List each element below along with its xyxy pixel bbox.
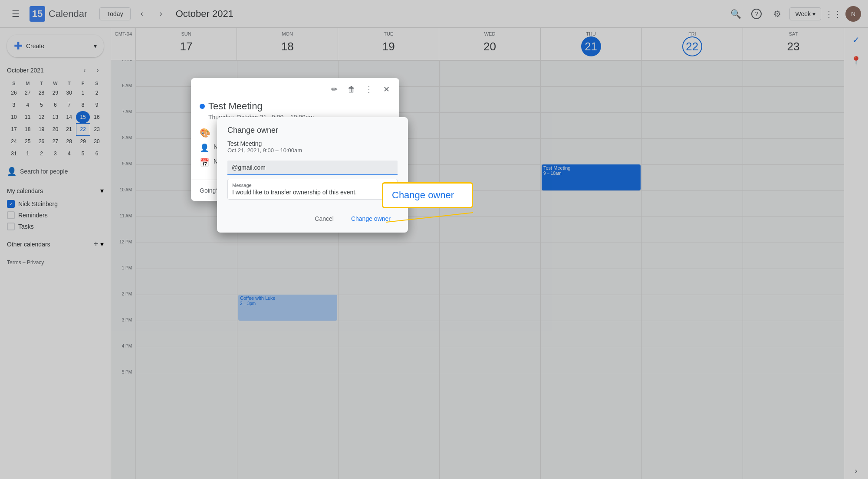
- calendar-icon: 📅: [200, 158, 208, 167]
- change-owner-dialog: Change owner Test Meeting Oct 21, 2021, …: [217, 117, 408, 233]
- annotation-box: Change owner: [382, 182, 473, 208]
- close-popup-button[interactable]: ✕: [378, 82, 394, 97]
- google-apps-icon: 🎨: [200, 128, 210, 138]
- dialog-cancel-button[interactable]: Cancel: [308, 212, 341, 226]
- going-label: Going?: [200, 187, 219, 194]
- dialog-footer: Cancel Change owner: [217, 207, 408, 233]
- modal-overlay: [0, 0, 868, 479]
- event-title-text: Test Meeting: [208, 101, 263, 112]
- event-popup-title: Test Meeting: [200, 101, 391, 112]
- dialog-event-time: Oct 21, 2021, 9:00 – 10:00am: [227, 147, 398, 154]
- dialog-title: Change owner: [217, 117, 408, 140]
- more-icon: ⋮: [365, 85, 373, 94]
- annotation-text: Change owner: [392, 190, 454, 200]
- event-color-dot: [200, 104, 205, 109]
- event-popup-header: ✏ 🗑 ⋮ ✕: [191, 78, 399, 101]
- people-icon: 👤: [200, 143, 208, 153]
- dialog-confirm-button[interactable]: Change owner: [344, 212, 398, 226]
- message-group: Message I would like to transfer ownersh…: [227, 179, 398, 200]
- edit-event-button[interactable]: ✏: [326, 82, 342, 97]
- edit-icon: ✏: [331, 85, 338, 94]
- dialog-body: Test Meeting Oct 21, 2021, 9:00 – 10:00a…: [217, 140, 408, 207]
- close-icon: ✕: [383, 85, 390, 94]
- trash-icon: 🗑: [348, 85, 355, 94]
- delete-event-button[interactable]: 🗑: [344, 82, 359, 97]
- dialog-event-title: Test Meeting: [227, 140, 398, 147]
- message-label: Message: [232, 183, 393, 188]
- message-text: I would like to transfer ownership of th…: [232, 189, 393, 196]
- new-owner-email-input[interactable]: [227, 161, 398, 175]
- more-options-button[interactable]: ⋮: [361, 82, 377, 97]
